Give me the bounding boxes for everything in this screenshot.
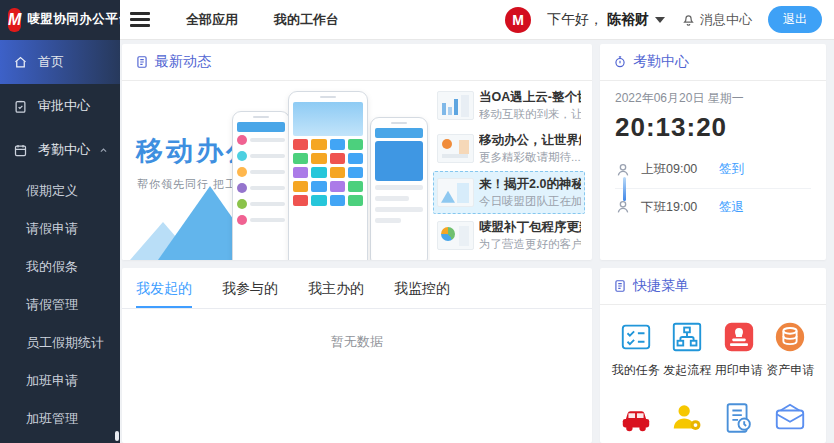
sidebar-item-approval-center[interactable]: 审批中心	[0, 84, 120, 128]
tab-initiated-by-me[interactable]: 我发起的	[136, 268, 192, 308]
news-title: 移动办公，让世界触手可	[479, 132, 581, 149]
flow-icon	[670, 320, 704, 354]
quick-item-new-contract[interactable]: 新建合同	[713, 401, 765, 443]
tab-hosted-by-me[interactable]: 我主办的	[308, 268, 364, 308]
stamp-icon	[722, 320, 756, 354]
check-out-link[interactable]: 签退	[719, 199, 744, 216]
dropdown-caret-icon	[655, 17, 665, 23]
menu-toggle-icon[interactable]	[130, 12, 150, 27]
username: 陈裕财	[607, 11, 649, 29]
news-title: 唛盟补丁包程序更新	[479, 219, 581, 236]
app-title: 唛盟协同办公平台	[27, 11, 131, 28]
sidebar-item-label: 考勤中心	[38, 141, 90, 159]
quick-menu-header: 快捷菜单	[600, 268, 826, 305]
news-panel-header: 最新动态	[122, 44, 592, 81]
news-thumbnail	[437, 221, 474, 250]
sidebar-subitem-overtime-request[interactable]: 加班申请	[0, 362, 120, 400]
latest-news-panel: 最新动态 移动办公 帮你领先同行 把工作带出办公室	[122, 44, 592, 260]
message-center[interactable]: 消息中心	[681, 11, 752, 29]
brand-logo-icon: M	[8, 8, 21, 32]
tab-participated-by-me[interactable]: 我参与的	[222, 268, 278, 308]
nav-all-apps[interactable]: 全部应用	[186, 11, 238, 29]
tasks-icon	[619, 320, 653, 354]
person-icon	[615, 162, 631, 178]
greeting-text: 下午好，	[547, 11, 603, 29]
person-icon	[615, 199, 631, 215]
quick-item-meeting-request[interactable]: 会议申请	[662, 401, 714, 443]
quick-item-label: 发起流程	[663, 362, 711, 379]
sidebar-subitem-my-leave-slips[interactable]: 我的假条	[0, 248, 120, 286]
sidebar-subitem-leave-management[interactable]: 请假管理	[0, 286, 120, 324]
stopwatch-icon	[613, 55, 627, 69]
logout-button[interactable]: 退出	[768, 6, 822, 33]
news-item[interactable]: 当OA遇上云-整个协同OA 移动互联的到来，让OA与云	[433, 84, 585, 127]
phone-mockup	[288, 91, 368, 260]
attendance-panel-title: 考勤中心	[633, 53, 689, 71]
asset-icon	[773, 320, 807, 354]
promo-banner[interactable]: 移动办公 帮你领先同行 把工作带出办公室	[122, 81, 430, 260]
nav-my-workbench[interactable]: 我的工作台	[274, 11, 339, 29]
check-out-label: 下班19:00	[641, 199, 719, 216]
tab-monitored-by-me[interactable]: 我监控的	[394, 268, 450, 308]
document-icon	[613, 279, 627, 293]
news-desc: 为了营造更好的客户体验，唛	[479, 237, 581, 252]
sidebar-item-attendance-center[interactable]: 考勤中心	[0, 128, 120, 172]
sidebar-subitem-holiday-definition[interactable]: 假期定义	[0, 172, 120, 210]
quick-menu-grid: 我的任务 发起流程 用印申请 资产申请	[600, 305, 826, 443]
top-header: M 唛盟协同办公平台 全部应用 我的工作台 M 下午好， 陈裕财 消息中心 退出	[0, 0, 834, 40]
logo-area: M 唛盟协同办公平台	[0, 0, 120, 40]
sidebar-scrollbar[interactable]	[115, 431, 119, 441]
attendance-panel-header: 考勤中心	[600, 44, 826, 81]
quick-item-label: 资产申请	[766, 362, 814, 379]
car-icon	[619, 401, 653, 435]
quick-menu-title: 快捷菜单	[633, 277, 689, 295]
quick-item-label: 用印申请	[715, 362, 763, 379]
mail-icon	[773, 401, 807, 435]
sidebar-item-label: 首页	[38, 53, 64, 71]
home-icon	[13, 55, 28, 70]
news-item-selected[interactable]: 来！揭开2.0的神秘面纱- 今日唛盟团队正在加班加点，	[433, 171, 585, 214]
sidebar-subitem-overtime-management[interactable]: 加班管理	[0, 400, 120, 438]
news-item[interactable]: 移动办公，让世界触手可 更多精彩敬请期待.......	[433, 127, 585, 170]
news-thumbnail	[437, 91, 474, 120]
quick-item-asset-request[interactable]: 资产申请	[765, 320, 817, 379]
meeting-icon	[670, 401, 704, 435]
sidebar-subitem-leave-request[interactable]: 请假申请	[0, 210, 120, 248]
phone-mockup	[370, 117, 428, 260]
sidebar-subitem-employee-holiday-stats[interactable]: 员工假期统计	[0, 324, 120, 362]
quick-menu-panel: 快捷菜单 我的任务 发起流程 用印申请	[600, 268, 826, 443]
message-center-label: 消息中心	[700, 11, 752, 29]
attendance-clock: 20:13:20	[615, 112, 811, 143]
sidebar-item-home[interactable]: 首页	[0, 40, 120, 84]
sidebar: 首页 审批中心 考勤中心 假期定义 请假申请 我的假条 请假管理 员工假期统计 …	[0, 40, 120, 443]
user-avatar[interactable]: M	[505, 7, 531, 33]
check-in-link[interactable]: 签到	[719, 161, 744, 178]
quick-item-my-tasks[interactable]: 我的任务	[610, 320, 662, 379]
attendance-icon	[13, 143, 28, 158]
quick-item-seal-request[interactable]: 用印申请	[713, 320, 765, 379]
approval-icon	[13, 99, 28, 114]
quick-item-label: 我的任务	[612, 362, 660, 379]
news-thumbnail	[437, 178, 474, 207]
news-title: 当OA遇上云-整个协同OA	[479, 89, 581, 106]
attendance-date: 2022年06月20日 星期一	[615, 90, 811, 107]
news-panel-title: 最新动态	[155, 53, 211, 71]
news-desc: 今日唛盟团队正在加班加点，	[479, 194, 581, 209]
check-in-label: 上班09:00	[641, 161, 719, 178]
tasks-tabs: 我发起的 我参与的 我主办的 我监控的	[122, 268, 592, 309]
attendance-timeline: 上班09:00 签到 下班19:00 签退	[615, 151, 811, 225]
sidebar-item-label: 审批中心	[38, 97, 90, 115]
document-icon	[135, 55, 149, 69]
tasks-panel: 我发起的 我参与的 我主办的 我监控的 暂无数据	[122, 268, 592, 443]
quick-item-new-mail[interactable]: 新建邮件	[765, 401, 817, 443]
news-title: 来！揭开2.0的神秘面纱-	[479, 176, 581, 193]
header-right: M 下午好， 陈裕财 消息中心 退出	[505, 6, 834, 33]
quick-item-vehicle-request[interactable]: 用车申请	[610, 401, 662, 443]
user-menu[interactable]: 下午好， 陈裕财	[547, 11, 665, 29]
news-item[interactable]: 唛盟补丁包程序更新 为了营造更好的客户体验，唛	[433, 214, 585, 257]
phone-mockups-illustration	[232, 91, 428, 260]
quick-item-start-flow[interactable]: 发起流程	[662, 320, 714, 379]
top-nav: 全部应用 我的工作台	[186, 11, 339, 29]
news-desc: 更多精彩敬请期待.......	[479, 150, 581, 165]
bell-icon	[681, 12, 696, 27]
